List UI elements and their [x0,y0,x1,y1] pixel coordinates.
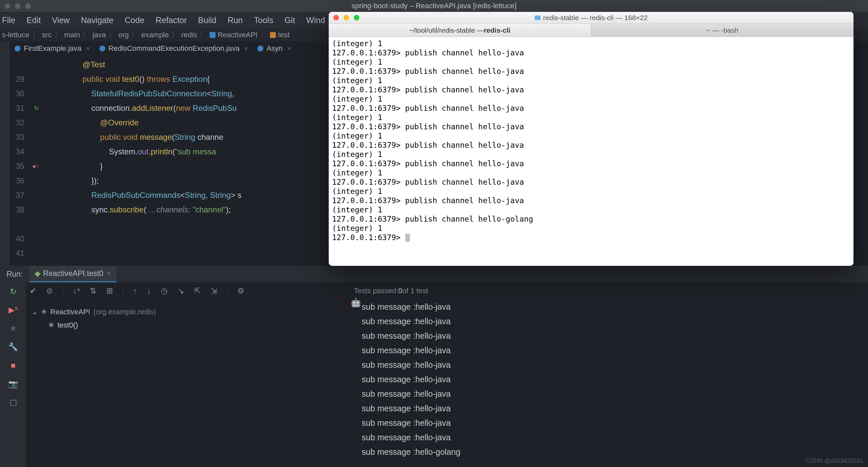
console-line: sub message :hello-java [362,358,868,372]
editor-tab[interactable]: FirstExample.java× [10,41,95,56]
line-number[interactable]: 34 [10,144,46,159]
line-number[interactable] [10,217,46,232]
tree-item-label: test0() [57,321,78,330]
test-tree[interactable]: ⌄ ✳ ReactiveAPI (org.example.redis) ✳ te… [28,302,345,467]
menu-code[interactable]: Code [124,15,145,25]
terminal-window: redis-stable — redis-cli — 168×22 ~/tool… [329,12,854,266]
gutter-mark-icon[interactable]: ↻ [34,105,39,112]
console-line: sub message :hello-java [362,314,868,329]
menu-build[interactable]: Build [197,15,217,25]
editor-gutter: 293031↻32333435●↑3637384041 [10,56,46,263]
up-icon[interactable]: ↑ [133,286,137,296]
line-number[interactable]: 31↻ [10,101,46,115]
run-label: Run: [0,270,29,279]
console-line: sub message :hello-java [362,343,868,358]
max-dot[interactable] [25,3,31,9]
check-icon[interactable]: ✔ [30,286,36,296]
run-debug-icon[interactable]: ▶⁹ [8,305,18,314]
line-number[interactable]: 35●↑ [10,159,46,173]
ide-traffic-lights [5,3,31,9]
history-icon[interactable]: ◷ [161,286,168,296]
tree-icon[interactable]: ⊞ [106,286,113,296]
editor-tab[interactable]: Asyn× [253,41,296,56]
crumb-test[interactable]: test [278,31,289,39]
gutter-mark-icon[interactable]: ●↑ [32,163,39,170]
crumb-org[interactable]: org [119,31,129,39]
tests-status: Tests passed: 0 of 1 test [350,282,868,299]
wrench-icon[interactable]: 🔧 [8,342,18,352]
menu-navigate[interactable]: Navigate [80,15,114,25]
camera-icon[interactable]: 📷 [8,379,18,389]
java-file-icon [257,45,264,52]
down-icon[interactable]: ↓ [147,286,151,296]
menu-edit[interactable]: Edit [26,15,41,25]
export-icon[interactable]: ⇱ [194,286,201,296]
filter-icon[interactable]: ⇅ [90,286,96,296]
ide-titlebar: spring-boot-study – ReactiveAPI.java [re… [0,0,868,12]
java-file-icon [99,45,105,52]
folder-icon [535,15,540,20]
menu-tools[interactable]: Tools [253,15,274,25]
chevron-down-icon[interactable]: ⌄ [32,308,38,316]
terminal-tab-active[interactable]: ~/tool/util/redis-stable — redis-cli [329,24,591,37]
sort-icon[interactable]: ↓ᵃ [73,286,80,296]
term-close-dot[interactable] [333,15,339,21]
ban-icon[interactable]: ⊘ [46,286,53,296]
terminal-cursor [405,234,410,242]
terminal-tab-inactive[interactable]: ~ — -bash [591,24,854,37]
watermark: CSDN @u013433591 [806,458,863,464]
terminal-body[interactable]: (integer) 1 127.0.0.1:6379> publish chan… [329,37,854,244]
line-number[interactable]: 38 [10,202,46,217]
menu-run[interactable]: Run [227,15,244,25]
export2-icon[interactable]: ⇲ [211,286,217,296]
line-number[interactable]: 41 [10,246,46,261]
line-number[interactable]: 37 [10,188,46,202]
crumb-java[interactable]: java [92,31,105,39]
crumb-example[interactable]: example [141,31,169,39]
menu-refactor[interactable]: Refactor [155,15,187,25]
tree-root-row[interactable]: ⌄ ✳ ReactiveAPI (org.example.redis) [28,305,345,319]
crumb-main[interactable]: main [64,31,80,39]
run-left-toolbar: ↻ ▶⁹ ≡ 🔧 ■ 📷 ▢ [0,282,26,467]
term-min-dot[interactable] [344,15,349,21]
term-max-dot[interactable] [354,15,360,21]
layout-icon[interactable]: ▢ [9,398,17,407]
editor-tab[interactable]: RedisCommandExecutionException.java× [95,41,253,56]
import-icon[interactable]: ↘ [178,286,184,296]
tree-item-row[interactable]: ✳ test0() [28,319,345,332]
console-lines: sub message :hello-javasub message :hell… [350,299,868,459]
console-line: sub message :hello-java [362,415,868,430]
line-number[interactable]: 36 [10,173,46,188]
terminal-tabs: ~/tool/util/redis-stable — redis-cli ~ —… [329,24,854,37]
close-icon[interactable]: × [86,45,90,53]
close-icon[interactable]: × [244,45,248,53]
close-icon[interactable]: × [106,269,111,278]
min-dot[interactable] [15,3,21,9]
console-line: sub message :hello-java [362,387,868,401]
line-number[interactable]: 29 [10,72,46,87]
crumb-src[interactable]: src [42,31,52,39]
test-console[interactable]: Tests passed: 0 of 1 test 🤖 sub message … [350,282,868,467]
line-number[interactable]: 40 [10,232,46,246]
stop-icon[interactable]: ■ [11,361,16,370]
close-icon[interactable]: × [287,45,291,53]
line-number[interactable] [10,57,46,72]
console-line: sub message :hello-java [362,372,868,387]
gear-icon[interactable]: ⚙ [237,286,245,296]
menu-view[interactable]: View [51,15,70,25]
line-number[interactable]: 32 [10,115,46,130]
close-dot[interactable] [5,3,10,9]
line-number[interactable]: 30 [10,87,46,101]
menu-file[interactable]: File [1,15,16,25]
step-icon[interactable]: ≡ [11,324,16,333]
menu-wind[interactable]: Wind [306,15,326,25]
tree-root-pkg: (org.example.redis) [93,308,156,316]
rerun-icon[interactable]: ↻ [10,287,17,296]
line-number[interactable]: 33 [10,130,46,144]
crumb-s-lettuce[interactable]: s-lettuce [2,31,29,39]
menu-git[interactable]: Git [284,15,296,25]
run-tab[interactable]: ◆ ReactiveAPI.test0 × [29,266,117,282]
console-line: sub message :hello-java [362,329,868,343]
crumb-ReactiveAPI[interactable]: ReactiveAPI [217,31,257,39]
crumb-redis[interactable]: redis [181,31,197,39]
